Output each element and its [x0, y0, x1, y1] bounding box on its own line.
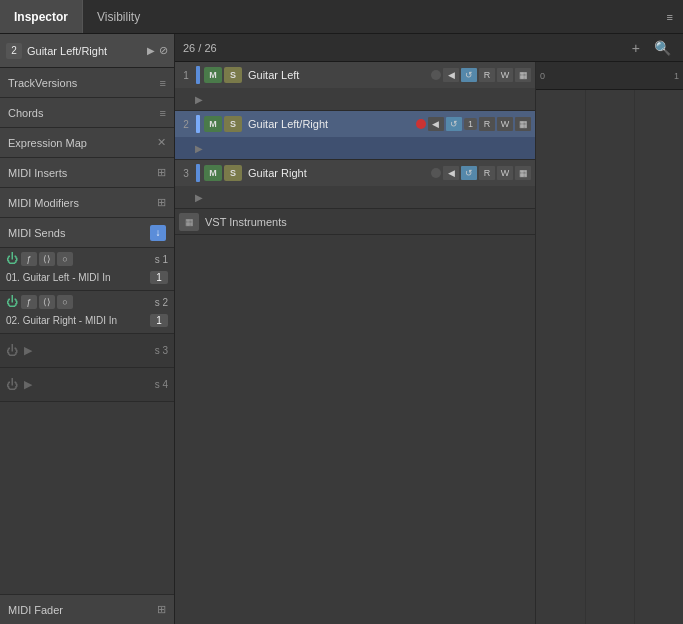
timeline-area: 0 1	[535, 62, 683, 624]
track2-lanes-btn[interactable]: ▦	[515, 117, 531, 131]
send3-expand-arrow[interactable]: ▶	[24, 344, 32, 357]
track3-sub-arrow: ▶	[195, 192, 211, 203]
tab-inspector[interactable]: Inspector	[0, 0, 83, 33]
send2-icon-2[interactable]: ⟨⟩	[39, 295, 55, 309]
section-chords[interactable]: Chords ≡	[0, 98, 174, 128]
midi-fader-icon: ⊞	[157, 603, 166, 616]
track3-sub-row: ▶	[175, 186, 535, 208]
header-menu-icon[interactable]: ≡	[657, 5, 683, 29]
track1-back-btn[interactable]: ◀	[443, 68, 459, 82]
track1-sub-row: ▶	[175, 88, 535, 110]
section-midi-modifiers[interactable]: MIDI Modifiers ⊞	[0, 188, 174, 218]
track3-loop-btn[interactable]: ↺	[461, 166, 477, 180]
track3-w-btn[interactable]: W	[497, 166, 513, 180]
track2-type-bar	[196, 115, 200, 133]
send2-icon-3[interactable]: ○	[57, 295, 73, 309]
track2-mute-btn[interactable]: M	[204, 116, 222, 132]
send2-value[interactable]: 1	[150, 314, 168, 327]
section-track-versions[interactable]: TrackVersions ≡	[0, 68, 174, 98]
inspector-panel: 2 Guitar Left/Right ▶ ⊘ TrackVersions ≡ …	[0, 34, 175, 624]
track1-type-bar	[196, 66, 200, 84]
midi-send-slot-3: ⏻ ▶ s 3	[0, 334, 174, 368]
midi-send-slot-4: ⏻ ▶ s 4	[0, 368, 174, 402]
table-row: 1 M S Guitar Left ◀ ↺ R W ▦	[175, 62, 535, 111]
track1-loop-btn[interactable]: ↺	[461, 68, 477, 82]
track2-solo-btn[interactable]: S	[224, 116, 242, 132]
tab-visibility[interactable]: Visibility	[83, 0, 154, 33]
track3-controls: ◀ ↺ R W ▦	[431, 166, 531, 180]
send1-icon-2[interactable]: ⟨⟩	[39, 252, 55, 266]
track1-name: Guitar Left	[248, 69, 427, 81]
track2-lane: 1	[464, 118, 477, 130]
track1-solo-btn[interactable]: S	[224, 67, 242, 83]
track1-sub-arrow: ▶	[195, 94, 211, 105]
tracks-list: 1 M S Guitar Left ◀ ↺ R W ▦	[175, 62, 535, 624]
track1-mute-btn[interactable]: M	[204, 67, 222, 83]
send1-icon-3[interactable]: ○	[57, 252, 73, 266]
send1-icon-1[interactable]: ƒ	[21, 252, 37, 266]
track2-r-btn[interactable]: R	[479, 117, 495, 131]
section-midi-sends[interactable]: MIDI Sends ↓	[0, 218, 174, 248]
track3-solo-btn[interactable]: S	[224, 165, 242, 181]
track2-loop-btn[interactable]: ↺	[446, 117, 462, 131]
track1-rec-dot[interactable]	[431, 70, 441, 80]
track3-main-row: 3 M S Guitar Right ◀ ↺ R W ▦	[175, 160, 535, 186]
send1-value[interactable]: 1	[150, 271, 168, 284]
midi-send-slot-1: ⏻ ƒ ⟨⟩ ○ s 1 01. Guitar Left - MIDI In 1	[0, 248, 174, 291]
track2-w-btn[interactable]: W	[497, 117, 513, 131]
track3-rec-dot[interactable]	[431, 168, 441, 178]
send2-power-btn[interactable]: ⏻	[6, 295, 18, 309]
send2-icons: ƒ ⟨⟩ ○	[21, 295, 151, 309]
track2-name: Guitar Left/Right	[248, 118, 412, 130]
main-content: 2 Guitar Left/Right ▶ ⊘ TrackVersions ≡ …	[0, 34, 683, 624]
ruler-mark-0: 0	[540, 71, 545, 81]
ruler-mark-1: 1	[674, 71, 679, 81]
vst-instruments-row[interactable]: ▦ VST Instruments	[175, 209, 535, 235]
timeline-ruler: 0 1	[536, 62, 683, 90]
midi-send-slot-2: ⏻ ƒ ⟨⟩ ○ s 2 02. Guitar Right - MIDI In …	[0, 291, 174, 334]
track2-rec-dot[interactable]	[416, 119, 426, 129]
track2-sub-row: ▶	[175, 137, 535, 159]
midi-sends-active-icon: ↓	[150, 225, 166, 241]
track3-r-btn[interactable]: R	[479, 166, 495, 180]
track3-lanes-btn[interactable]: ▦	[515, 166, 531, 180]
vst-icon: ▦	[179, 213, 199, 231]
track1-num: 1	[179, 70, 193, 81]
track-bypass-icon[interactable]: ⊘	[159, 44, 168, 57]
inspector-track-name: Guitar Left/Right	[27, 45, 147, 57]
table-row: 2 M S Guitar Left/Right ◀ ↺ 1 R W ▦	[175, 111, 535, 160]
track-versions-icon: ≡	[160, 77, 166, 89]
track2-main-row[interactable]: 2 M S Guitar Left/Right ◀ ↺ 1 R W ▦	[175, 111, 535, 137]
section-midi-inserts[interactable]: MIDI Inserts ⊞	[0, 158, 174, 188]
right-panel: 26 / 26 + 🔍 1 M S Guitar Left	[175, 34, 683, 624]
track1-lanes-btn[interactable]: ▦	[515, 68, 531, 82]
send1-icons: ƒ ⟨⟩ ○	[21, 252, 151, 266]
inspector-track-header[interactable]: 2 Guitar Left/Right ▶ ⊘	[0, 34, 174, 68]
track-badge: 2	[6, 43, 22, 59]
section-expression-map[interactable]: Expression Map ✕	[0, 128, 174, 158]
timeline-lines	[536, 90, 683, 624]
midi-inserts-icon: ⊞	[157, 166, 166, 179]
section-midi-fader[interactable]: MIDI Fader ⊞	[0, 594, 174, 624]
track3-name: Guitar Right	[248, 167, 427, 179]
table-row: 3 M S Guitar Right ◀ ↺ R W ▦	[175, 160, 535, 209]
add-track-btn[interactable]: +	[628, 40, 644, 56]
track2-back-btn[interactable]: ◀	[428, 117, 444, 131]
track1-w-btn[interactable]: W	[497, 68, 513, 82]
search-track-btn[interactable]: 🔍	[650, 40, 675, 56]
track-toolbar: 26 / 26 + 🔍	[175, 34, 683, 62]
track1-r-btn[interactable]: R	[479, 68, 495, 82]
send4-power-btn[interactable]: ⏻	[6, 378, 18, 392]
track2-controls: ◀ ↺ 1 R W ▦	[416, 117, 531, 131]
track-count: 26 / 26	[183, 42, 217, 54]
header: Inspector Visibility ≡	[0, 0, 683, 34]
track3-num: 3	[179, 168, 193, 179]
send4-expand-arrow[interactable]: ▶	[24, 378, 32, 391]
track3-back-btn[interactable]: ◀	[443, 166, 459, 180]
send2-icon-1[interactable]: ƒ	[21, 295, 37, 309]
track1-controls: ◀ ↺ R W ▦	[431, 68, 531, 82]
send3-power-btn[interactable]: ⏻	[6, 344, 18, 358]
track3-mute-btn[interactable]: M	[204, 165, 222, 181]
send1-power-btn[interactable]: ⏻	[6, 252, 18, 266]
tracks-area: 1 M S Guitar Left ◀ ↺ R W ▦	[175, 62, 683, 624]
